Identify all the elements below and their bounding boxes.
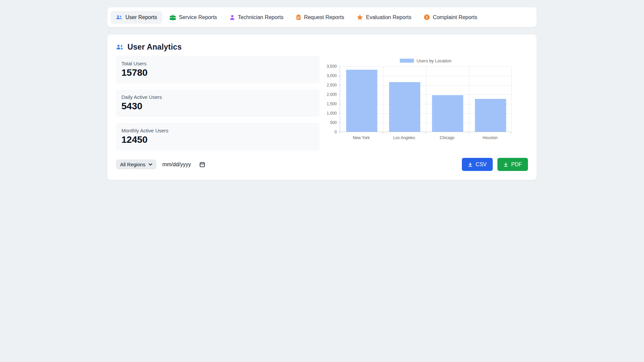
- tab-label: Technician Reports: [238, 14, 283, 20]
- user-analytics-card: User Analytics Total Users 15780 Daily A…: [107, 35, 537, 180]
- button-label: PDF: [511, 162, 522, 168]
- tab-user-reports[interactable]: User Reports: [111, 11, 162, 24]
- report-tabs-bar: User Reports Service Reports Technician …: [107, 7, 537, 27]
- stat-label: Total Users: [121, 61, 314, 66]
- bar-chicago[interactable]: [432, 95, 463, 132]
- y-tick-label: 1,500: [327, 102, 337, 106]
- chart-plot: [340, 66, 512, 132]
- stat-card-monthly-active-users: Monthly Active Users 12450: [116, 123, 320, 150]
- person-icon: [230, 15, 235, 20]
- stat-value: 5430: [121, 101, 314, 112]
- y-tick-label: 0: [334, 130, 337, 134]
- x-tick-label: Houston: [469, 135, 512, 140]
- download-icon: [503, 162, 508, 167]
- controls-row: All Regions mm/dd/yyyy: [116, 158, 528, 171]
- x-tick-mark: [469, 132, 469, 134]
- x-tick-label: Chicago: [426, 135, 469, 140]
- y-tick-label: 2,000: [327, 92, 337, 97]
- briefcase-icon: [170, 15, 176, 20]
- page-title: User Analytics: [127, 43, 182, 52]
- region-select-value: All Regions: [120, 162, 146, 167]
- download-icon: [468, 162, 473, 167]
- chart-x-axis: New YorkLos AngelesChicagoHouston: [340, 132, 512, 142]
- x-tick-label: New York: [340, 135, 383, 140]
- users-icon: [116, 15, 122, 20]
- chevron-down-icon: [149, 163, 152, 166]
- stat-card-total-users: Total Users 15780: [116, 56, 320, 83]
- y-tick-label: 2,500: [327, 83, 337, 87]
- x-tick-mark: [511, 132, 512, 134]
- y-tick-label: 500: [330, 120, 337, 125]
- stat-label: Daily Active Users: [121, 94, 314, 100]
- y-tick-label: 1,000: [327, 111, 337, 116]
- stat-value: 12450: [121, 134, 314, 145]
- card-title-row: User Analytics: [116, 43, 528, 52]
- chart-legend[interactable]: Users by Location: [340, 58, 512, 63]
- export-pdf-button[interactable]: PDF: [497, 158, 528, 171]
- stat-card-daily-active-users: Daily Active Users 5430: [116, 89, 320, 117]
- bar-houston[interactable]: [475, 99, 506, 132]
- tab-complaint-reports[interactable]: Complaint Reports: [419, 11, 483, 24]
- x-tick-mark: [383, 132, 383, 134]
- y-tick-label: 3,000: [327, 73, 337, 78]
- export-csv-button[interactable]: CSV: [462, 158, 493, 171]
- tab-evaluation-reports[interactable]: Evaluation Reports: [352, 11, 417, 24]
- tab-request-reports[interactable]: Request Reports: [291, 11, 350, 24]
- date-placeholder: mm/dd/yyyy: [162, 162, 191, 168]
- v-gridline: [383, 66, 383, 132]
- tab-label: Evaluation Reports: [366, 14, 411, 20]
- legend-label: Users by Location: [417, 58, 451, 63]
- stats-column: Total Users 15780 Daily Active Users 543…: [116, 56, 320, 150]
- tab-service-reports[interactable]: Service Reports: [164, 11, 222, 24]
- calendar-icon[interactable]: [200, 162, 205, 167]
- v-gridline: [512, 66, 512, 132]
- bar-los-angeles[interactable]: [389, 82, 420, 132]
- x-tick-label: Los Angeles: [383, 135, 426, 140]
- users-icon: [116, 44, 124, 50]
- legend-swatch: [400, 59, 414, 63]
- alert-circle-icon: [424, 14, 430, 20]
- date-input[interactable]: mm/dd/yyyy: [159, 160, 208, 169]
- tab-technician-reports[interactable]: Technician Reports: [224, 11, 289, 24]
- tab-label: Request Reports: [304, 14, 344, 20]
- star-icon: [357, 14, 363, 20]
- clipboard-icon: [296, 14, 301, 20]
- region-select[interactable]: All Regions: [116, 160, 156, 169]
- bar-new-york[interactable]: [346, 70, 377, 132]
- tab-label: Service Reports: [179, 14, 217, 20]
- button-label: CSV: [476, 162, 487, 168]
- y-tick-label: 3,500: [327, 64, 337, 69]
- stat-value: 15780: [121, 67, 314, 78]
- tab-label: Complaint Reports: [433, 14, 477, 20]
- chart-y-axis: 05001,0001,5002,0002,5003,0003,500: [325, 66, 340, 132]
- tab-label: User Reports: [125, 14, 157, 20]
- stat-label: Monthly Active Users: [121, 128, 314, 133]
- x-tick-mark: [340, 132, 340, 134]
- v-gridline: [426, 66, 426, 132]
- x-tick-mark: [426, 132, 426, 134]
- v-gridline: [469, 66, 469, 132]
- users-by-location-chart: Users by Location 05001,0001,5002,0002,5…: [325, 56, 528, 150]
